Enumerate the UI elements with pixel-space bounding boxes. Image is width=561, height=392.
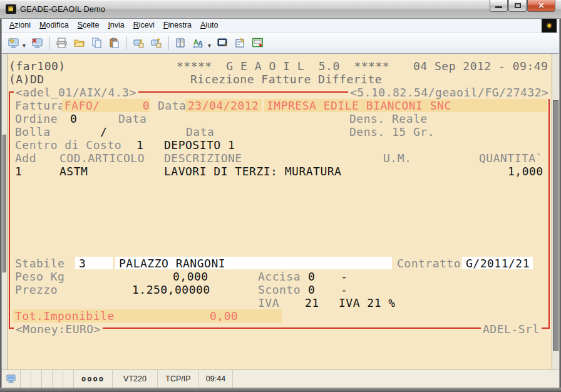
address-book-button[interactable] bbox=[173, 35, 189, 51]
terminal-text: Bolla bbox=[15, 125, 51, 138]
terminal-row: Ordine0DataDens. Reale bbox=[0, 112, 561, 125]
terminal-row: Prezzo1.250,00000Sconto0- bbox=[0, 283, 561, 296]
send-file-button[interactable] bbox=[131, 35, 147, 51]
status-emulation: VT220 bbox=[113, 370, 158, 388]
right-scrollbar-thumb[interactable] bbox=[553, 100, 558, 351]
item-quantity-value: 1,000 bbox=[508, 165, 543, 178]
session-properties-icon bbox=[235, 38, 245, 48]
connect-dropdown-caret[interactable]: ▼ bbox=[21, 43, 27, 49]
stabile-code-input[interactable]: 3 bbox=[75, 257, 113, 269]
connect-button[interactable] bbox=[5, 35, 21, 51]
terminal-text: Peso Kg bbox=[15, 270, 64, 283]
terminal-text: Ricezione Fatture Differite bbox=[190, 73, 382, 86]
terminal-text: IVA bbox=[258, 296, 279, 309]
print-icon bbox=[56, 38, 67, 48]
app-icon bbox=[6, 4, 16, 14]
fattura-number-field[interactable]: FAFO/ 0 bbox=[62, 99, 150, 112]
menu-item-modifica[interactable]: Modifica bbox=[35, 19, 73, 31]
terminal-row: 1ASTMLAVORI DI TERZI: MURATURA1,000 bbox=[0, 165, 561, 178]
terminal-text: - bbox=[341, 270, 347, 283]
app-window: GEADE-GEAOIL Demo ✕ AzioniModificaScelte… bbox=[0, 0, 561, 392]
display-settings-button[interactable] bbox=[215, 35, 231, 51]
status-protocol: TCP/IP bbox=[158, 370, 199, 388]
print-button[interactable] bbox=[54, 35, 70, 51]
iva-code-value: 21 bbox=[305, 296, 319, 309]
fonts-button[interactable]: AA bbox=[190, 35, 207, 51]
terminal-text: (A)DD bbox=[9, 73, 44, 86]
centro-costo-value: 1 bbox=[136, 138, 143, 152]
money-currency-label: <Money:EURO> bbox=[14, 322, 103, 336]
terminal-text: <5.10.82.54/geaoil/FG/27432> bbox=[348, 86, 550, 99]
terminal-row: (A)DDRicezione Fatture Differite bbox=[0, 73, 561, 86]
open-folder-button[interactable] bbox=[71, 35, 88, 51]
terminal-text: Prezzo bbox=[15, 283, 58, 296]
status-cell bbox=[53, 370, 63, 388]
terminal-text: / bbox=[100, 125, 107, 138]
copy-button[interactable] bbox=[89, 35, 105, 51]
terminal-row: Bolla/DataDens. 15 Gr. bbox=[0, 125, 561, 138]
keyboard-map-icon bbox=[252, 38, 263, 48]
keyboard-map-button[interactable] bbox=[250, 35, 266, 51]
left-scrollbar[interactable] bbox=[2, 54, 8, 369]
fattura-date-field[interactable]: 23/04/2012 bbox=[185, 99, 262, 112]
receive-file-button[interactable] bbox=[148, 35, 165, 51]
status-cell bbox=[31, 370, 42, 388]
supplier-name-field[interactable]: IMPRESA EDILE BIANCONI SNC bbox=[264, 99, 547, 112]
left-scrollbar-thumb[interactable] bbox=[3, 135, 6, 272]
terminal-text: 04 Sep 2012 - 09:49 bbox=[413, 59, 548, 73]
terminal-text: Add bbox=[15, 152, 36, 165]
minimize-button[interactable] bbox=[490, 0, 508, 12]
terminal-row: AddCOD.ARTICOLODESCRIZIONEU.M.QUANTITA` bbox=[0, 152, 561, 165]
send-file-icon bbox=[133, 38, 144, 48]
menu-item-finestra[interactable]: Finestra bbox=[159, 19, 196, 31]
terminal-row: <adel_01/AIX/4.3><5.10.82.54/geaoil/FG/2… bbox=[0, 86, 561, 99]
terminal-row: Centro di Costo1DEPOSITO 1 bbox=[0, 138, 561, 152]
maximize-button[interactable] bbox=[508, 0, 527, 12]
stabile-name-input[interactable]: PALAZZO RANGONI bbox=[115, 257, 392, 269]
toolbar-separator bbox=[49, 36, 50, 50]
accisa-value: 0 bbox=[308, 270, 315, 283]
window-title: GEADE-GEAOIL Demo bbox=[20, 4, 105, 14]
connection-status-icon: ✷ bbox=[542, 19, 557, 33]
status-cell bbox=[233, 370, 559, 388]
display-settings-icon bbox=[217, 38, 228, 48]
status-time: 09:44 bbox=[199, 370, 233, 388]
terminal-text: Accisa bbox=[258, 270, 301, 283]
menu-item-invia[interactable]: Invia bbox=[103, 19, 128, 31]
right-scrollbar[interactable] bbox=[552, 54, 559, 369]
terminal-status-icon bbox=[2, 370, 21, 388]
paste-button[interactable] bbox=[106, 35, 123, 51]
status-cell bbox=[21, 370, 31, 388]
terminal-text: U.M. bbox=[383, 152, 411, 165]
open-folder-icon bbox=[74, 38, 85, 48]
fonts-dropdown-caret[interactable]: ▼ bbox=[207, 43, 212, 49]
menu-bar: AzioniModificaScelteInviaRiceviFinestraA… bbox=[2, 19, 559, 33]
status-cell bbox=[42, 370, 53, 388]
menu-item-ricevi[interactable]: Ricevi bbox=[129, 19, 159, 31]
terminal-text: DESCRIZIONE bbox=[164, 152, 242, 165]
terminal-text: (far100) bbox=[9, 59, 66, 73]
copy-icon bbox=[91, 38, 102, 48]
item-description-value: LAVORI DI TERZI: MURATURA bbox=[164, 165, 341, 178]
terminal-text: Sconto bbox=[258, 283, 301, 296]
toolbar: ▼AA▼ bbox=[2, 33, 559, 54]
menu-item-scelte[interactable]: Scelte bbox=[73, 19, 104, 31]
terminal-text: Centro di Costo bbox=[15, 138, 121, 152]
terminal-text: - bbox=[341, 283, 347, 296]
close-button[interactable]: ✕ bbox=[527, 0, 555, 12]
toolbar-separator bbox=[126, 36, 127, 50]
terminal-text: Dens. Reale bbox=[349, 112, 428, 125]
paste-icon bbox=[109, 38, 120, 48]
disconnect-button[interactable] bbox=[29, 35, 46, 51]
contratto-input[interactable]: G/2011/21 bbox=[462, 257, 533, 269]
terminal-screen[interactable]: (far100)***** G E A O I L 5.0 *****04 Se… bbox=[0, 54, 561, 369]
terminal-text: <adel_01/AIX/4.3> bbox=[14, 86, 138, 99]
terminal-text: Data bbox=[186, 125, 214, 138]
item-add-value: 1 bbox=[15, 165, 22, 178]
session-properties-button[interactable] bbox=[232, 35, 249, 51]
menu-item-azioni[interactable]: Azioni bbox=[5, 19, 35, 31]
terminal-text: Stabile bbox=[15, 257, 64, 270]
connect-icon bbox=[8, 38, 19, 48]
title-bar[interactable]: GEADE-GEAOIL Demo ✕ bbox=[0, 0, 561, 19]
menu-item-aiuto[interactable]: Aiuto bbox=[196, 19, 223, 31]
